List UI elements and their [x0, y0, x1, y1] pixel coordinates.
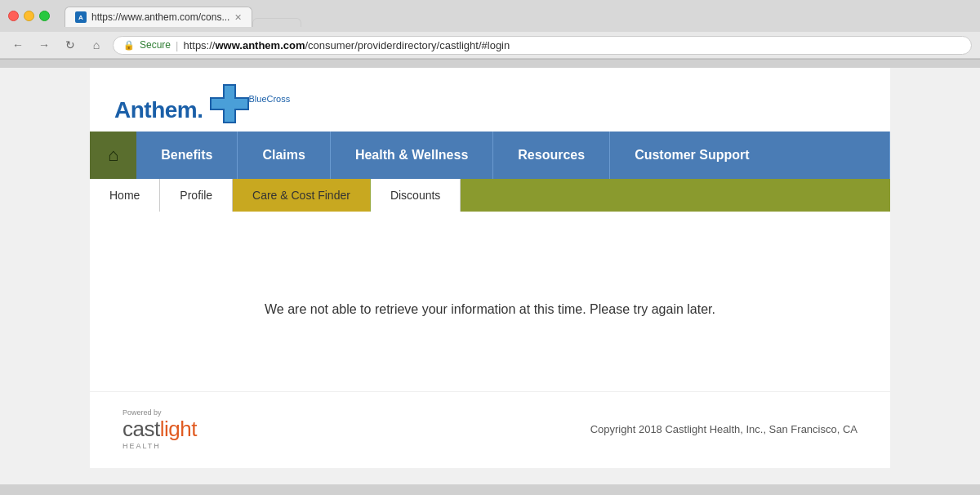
bluecross-symbol — [210, 84, 249, 123]
anthem-logo: Anthem. BlueCross — [114, 84, 866, 123]
traffic-lights — [8, 11, 50, 21]
site-footer: Powered by castlight HEALTH Copyright 20… — [90, 391, 890, 466]
anthem-logo-text: Anthem. — [114, 97, 203, 123]
svg-rect-3 — [212, 99, 247, 109]
nav-support-label: Customer Support — [635, 148, 749, 163]
page-wrapper: Anthem. BlueCross ⌂ — [0, 68, 980, 484]
nav-resources[interactable]: Resources — [493, 132, 610, 179]
back-button[interactable]: ← — [8, 35, 28, 55]
subnav-profile-label: Profile — [180, 189, 212, 202]
url-text: https://www.anthem.com/consumer/provider… — [183, 39, 510, 51]
tab-title: https://www.anthem.com/cons... — [91, 11, 229, 23]
nav-benefits-label: Benefits — [161, 148, 212, 163]
castlight-logo: Powered by castlight HEALTH — [122, 408, 197, 450]
subnav-profile[interactable]: Profile — [160, 179, 233, 212]
url-divider: | — [176, 39, 178, 51]
nav-customer-support[interactable]: Customer Support — [610, 132, 890, 179]
maximize-button[interactable] — [39, 11, 50, 21]
error-message: We are not able to retrieve your informa… — [265, 302, 715, 317]
secure-lock-icon: 🔒 — [123, 40, 135, 51]
sub-navigation: Home Profile Care & Cost Finder Discount… — [90, 179, 890, 212]
url-path: /consumer/providerdirectory/castlight/#l… — [305, 39, 510, 51]
nav-claims-label: Claims — [262, 148, 305, 163]
active-tab[interactable]: A https://www.anthem.com/cons... ✕ — [65, 7, 252, 27]
url-bar[interactable]: 🔒 Secure | https://www.anthem.com/consum… — [113, 36, 972, 55]
site-header: Anthem. BlueCross — [90, 68, 890, 132]
tab-bar: A https://www.anthem.com/cons... ✕ — [56, 7, 310, 27]
close-button[interactable] — [8, 11, 19, 21]
home-icon: ⌂ — [108, 145, 118, 166]
minimize-button[interactable] — [24, 11, 34, 21]
refresh-button[interactable]: ↻ — [60, 35, 80, 55]
home-nav-button[interactable]: ⌂ — [87, 35, 106, 55]
copyright-text: Copyright 2018 Castlight Health, Inc., S… — [590, 423, 858, 435]
blank-tab[interactable] — [252, 18, 301, 27]
castlight-brand-text: castlight — [122, 417, 197, 442]
nav-home-button[interactable]: ⌂ — [90, 132, 136, 179]
nav-health-label: Health & Wellness — [355, 148, 468, 163]
powered-by-label: Powered by — [122, 408, 162, 417]
subnav-care-cost-finder[interactable]: Care & Cost Finder — [233, 179, 371, 212]
main-content: We are not able to retrieve your informa… — [90, 212, 890, 391]
bluecross-text: BlueCross — [249, 94, 291, 104]
subnav-discounts[interactable]: Discounts — [371, 179, 461, 212]
nav-health-wellness[interactable]: Health & Wellness — [331, 132, 493, 179]
castlight-health-label: HEALTH — [122, 442, 161, 450]
subnav-care-label: Care & Cost Finder — [252, 189, 350, 202]
subnav-home-label: Home — [109, 189, 140, 202]
page-content: Anthem. BlueCross ⌂ — [90, 68, 890, 468]
subnav-discounts-label: Discounts — [390, 189, 440, 202]
nav-resources-label: Resources — [518, 148, 585, 163]
main-navigation: ⌂ Benefits Claims Health & Wellness Reso… — [90, 132, 890, 179]
browser-chrome: A https://www.anthem.com/cons... ✕ ← → ↻… — [0, 0, 980, 60]
title-bar: A https://www.anthem.com/cons... ✕ — [0, 0, 980, 32]
close-tab-button[interactable]: ✕ — [234, 12, 242, 23]
subnav-home[interactable]: Home — [90, 179, 160, 212]
forward-button[interactable]: → — [34, 35, 54, 55]
nav-benefits[interactable]: Benefits — [136, 132, 238, 179]
url-domain: www.anthem.com — [215, 39, 305, 51]
secure-label: Secure — [140, 39, 171, 51]
address-bar: ← → ↻ ⌂ 🔒 Secure | https://www.anthem.co… — [0, 32, 980, 59]
tab-favicon: A — [75, 11, 87, 23]
nav-claims[interactable]: Claims — [238, 132, 330, 179]
